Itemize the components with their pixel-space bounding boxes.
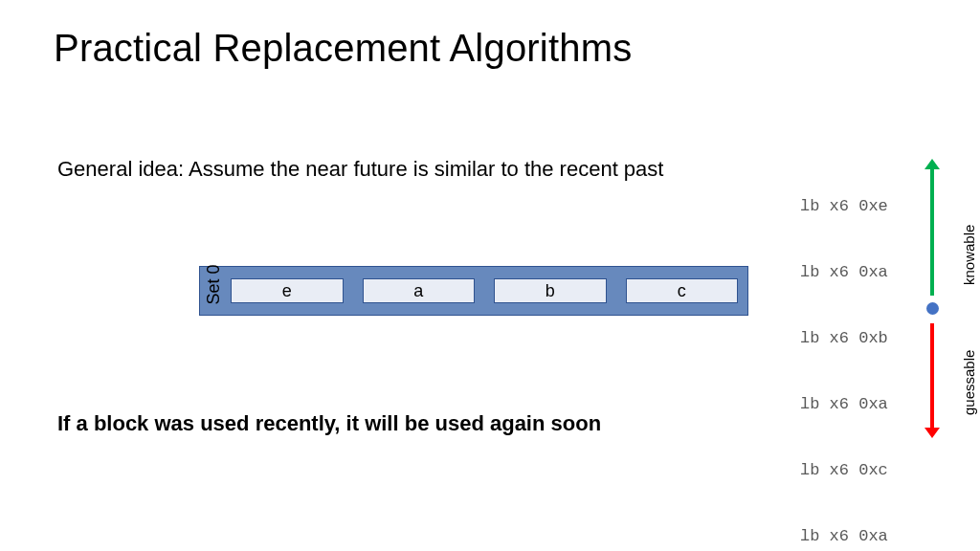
- cache-way: b: [494, 278, 607, 303]
- current-marker-icon: [926, 302, 939, 315]
- instruction: lb x6 0xa: [800, 261, 888, 283]
- subtitle-text: General idea: Assume the near future is …: [57, 157, 663, 182]
- instruction: lb x6 0xc: [800, 459, 888, 481]
- cache-set-diagram: Set 0 e a b c: [199, 266, 748, 316]
- set-label: Set 0: [204, 277, 224, 304]
- instruction-list: lb x6 0xe lb x6 0xa lb x6 0xb lb x6 0xa …: [800, 151, 888, 551]
- knowable-label: knowable: [961, 225, 977, 285]
- cache-ways: e a b c: [227, 267, 747, 315]
- instruction: lb x6 0xa: [800, 525, 888, 547]
- instruction: lb x6 0xe: [800, 195, 888, 217]
- slide: Practical Replacement Algorithms General…: [0, 0, 980, 551]
- guessable-label: guessable: [961, 350, 977, 415]
- cache-way: c: [626, 278, 739, 303]
- conclusion-text: If a block was used recently, it will be…: [57, 411, 601, 436]
- cache-way: e: [231, 278, 344, 303]
- instruction: lb x6 0xa: [800, 393, 888, 415]
- guessable-arrow-icon: [930, 323, 934, 428]
- cache-way: a: [363, 278, 476, 303]
- instruction: lb x6 0xb: [800, 327, 888, 349]
- knowable-arrow-icon: [930, 169, 934, 296]
- slide-title: Practical Replacement Algorithms: [54, 27, 632, 70]
